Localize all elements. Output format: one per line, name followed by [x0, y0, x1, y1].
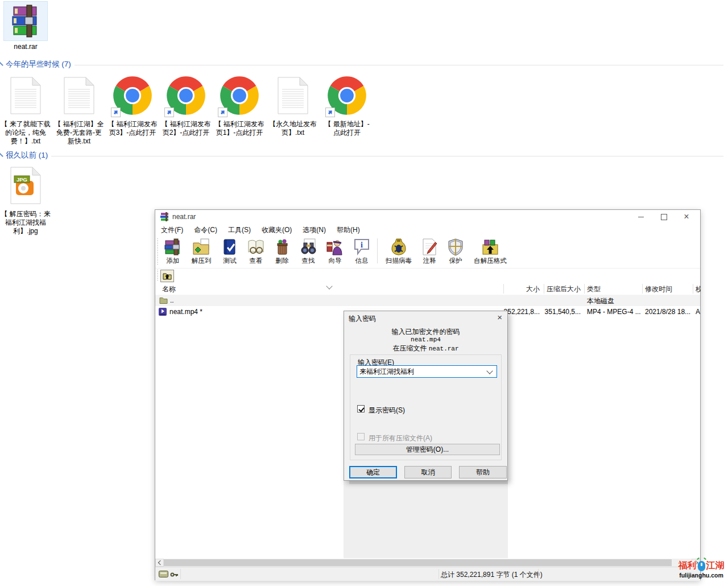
- fulijianghu-logo: 福利 江湖 fulijianghu.com: [675, 560, 728, 579]
- column-crc[interactable]: 校: [696, 284, 701, 294]
- table-row-parent-dir[interactable]: .. 本地磁盘: [155, 295, 700, 306]
- menu-favorites[interactable]: 收藏夹(O): [262, 225, 292, 235]
- help-button[interactable]: 帮助: [459, 466, 507, 478]
- file-name: neat.mp4 *: [169, 308, 202, 316]
- menu-options[interactable]: 选项(N): [303, 225, 326, 235]
- maximize-button[interactable]: [652, 210, 675, 224]
- title-bar[interactable]: neat.rar ×: [155, 210, 700, 224]
- status-total: 总计 352,221,891 字节 (1 个文件): [441, 570, 534, 580]
- list-header: 名称 大小 压缩后大小 类型 修改时间 校: [155, 283, 700, 295]
- status-bar: 总计 352,221,891 字节 (1 个文件): [155, 567, 700, 581]
- all-archives-checkbox[interactable]: [357, 433, 365, 440]
- shortcut-arrow-icon: [218, 108, 228, 117]
- shortcut-arrow-icon: [164, 108, 174, 117]
- scrollbar-left-icon[interactable]: [155, 559, 164, 567]
- desktop-item-chrome-latest[interactable]: 【 最新地址】- 点此打开: [322, 73, 372, 137]
- rar-file-icon: [3, 1, 48, 41]
- dialog-filename: neat.mp4: [344, 336, 507, 343]
- file-type: 本地磁盘: [587, 296, 614, 306]
- desktop-item-chrome-page2[interactable]: 【 福利江湖发布 页2】-点此打开: [161, 73, 211, 137]
- menu-help[interactable]: 帮助(H): [337, 225, 360, 235]
- delete-button[interactable]: 删除: [269, 236, 295, 265]
- menu-bar: 文件(F) 命令(C) 工具(S) 收藏夹(O) 选项(N) 帮助(H): [155, 224, 700, 236]
- mp4-file-icon: [159, 308, 167, 317]
- group-header-long-ago[interactable]: 很久以前 (1): [0, 150, 723, 160]
- column-packed[interactable]: 压缩后大小: [531, 284, 581, 294]
- extract-button[interactable]: 解压到: [186, 236, 217, 265]
- window-title: neat.rar: [172, 213, 196, 221]
- menu-file[interactable]: 文件(F): [161, 225, 183, 235]
- show-password-checkbox[interactable]: [357, 405, 365, 412]
- brand-domain: fulijianghu.com: [675, 572, 728, 579]
- add-button[interactable]: 添加: [160, 236, 186, 265]
- antivirus-icon: [390, 238, 408, 256]
- sfx-button[interactable]: 自解压格式: [469, 236, 512, 265]
- test-button[interactable]: 测试: [217, 236, 243, 265]
- close-button[interactable]: ×: [675, 210, 698, 224]
- shortcut-arrow-icon: [111, 108, 121, 117]
- dialog-archive-prefix: 在压缩文件: [392, 344, 427, 352]
- extract-icon: [192, 238, 210, 256]
- password-input[interactable]: [358, 366, 487, 377]
- minimize-button[interactable]: [630, 210, 652, 224]
- cancel-button[interactable]: 取消: [404, 466, 452, 478]
- ok-button[interactable]: 确定: [349, 466, 397, 478]
- dialog-prompt: 输入已加密文件的密码: [344, 327, 507, 337]
- column-modified[interactable]: 修改时间: [645, 284, 672, 294]
- chrome-icon: [322, 73, 372, 118]
- group-header-earlier-this-year[interactable]: 今年的早些时候 (7): [0, 59, 723, 69]
- svg-text:JPG: JPG: [16, 176, 27, 183]
- text-file-icon: [54, 73, 104, 118]
- scan-virus-button[interactable]: 扫描病毒: [381, 236, 416, 265]
- add-icon: [164, 238, 182, 256]
- svg-text:i: i: [361, 241, 363, 249]
- scrollbar-thumb[interactable]: [164, 559, 672, 566]
- find-button[interactable]: 查找: [295, 236, 321, 265]
- desktop-item-chrome-page3[interactable]: 【 福利江湖发布 页3】-点此打开: [107, 73, 158, 137]
- column-type[interactable]: 类型: [587, 284, 601, 294]
- desktop-item-txt-2[interactable]: 【 福利江湖】全 免费-无套路-更 新快.txt: [54, 73, 104, 146]
- folder-icon: [159, 296, 168, 306]
- mouse-icon: [698, 561, 705, 571]
- column-name[interactable]: 名称: [162, 284, 176, 294]
- find-icon: [299, 238, 317, 256]
- collapse-chevron-icon: [0, 152, 3, 160]
- view-button[interactable]: 查看: [243, 236, 269, 265]
- desktop-item-jpg-password[interactable]: JPG 【 解压密码：来 福利江湖找福 利】.jpg: [1, 163, 51, 236]
- address-row: [155, 268, 700, 283]
- file-crc: A8: [696, 308, 700, 316]
- desktop-item-neat-rar[interactable]: neat.rar: [1, 1, 51, 51]
- close-icon[interactable]: ×: [497, 313, 502, 322]
- manage-passwords-button[interactable]: 管理密码(O)...: [355, 444, 500, 455]
- menu-commands[interactable]: 命令(C): [194, 225, 217, 235]
- folder-up-button[interactable]: [160, 270, 174, 282]
- desktop-item-txt-1[interactable]: 【 来了就能下载 的论坛，纯免 费！】.txt: [1, 73, 51, 146]
- key-icon[interactable]: [170, 571, 179, 579]
- sfx-icon: [481, 238, 499, 256]
- protect-icon: [446, 238, 465, 256]
- desktop-item-chrome-page1[interactable]: 【 福利江湖发布 页1】-点此打开: [214, 73, 264, 137]
- group-label: 很久以前 (1): [6, 150, 48, 160]
- chrome-icon: [107, 73, 158, 118]
- desktop-item-txt-permanent[interactable]: 【永久地址发布 页】.txt: [268, 73, 318, 137]
- chrome-icon: [214, 73, 264, 118]
- all-archives-label: 用于所有压缩文件(A): [369, 434, 432, 443]
- disk-icon[interactable]: [159, 571, 168, 579]
- info-button[interactable]: i 信息: [349, 236, 375, 265]
- wizard-icon: [326, 238, 344, 256]
- dialog-repaint-artifact: [344, 481, 508, 558]
- dialog-archive-name: neat.rar: [429, 345, 459, 352]
- file-type: MP4 - MPEG-4 ...: [587, 308, 641, 316]
- menu-tools[interactable]: 工具(S): [228, 225, 251, 235]
- sort-chevron-icon[interactable]: [326, 283, 332, 289]
- comment-button[interactable]: 注释: [416, 236, 442, 265]
- comment-icon: [420, 238, 439, 256]
- chevron-down-icon[interactable]: [486, 368, 493, 374]
- dialog-title: 输入密码: [349, 314, 376, 324]
- protect-button[interactable]: 保护: [442, 236, 469, 265]
- wizard-button[interactable]: 向导: [321, 236, 349, 265]
- password-combobox[interactable]: [357, 365, 497, 378]
- password-dialog: 输入密码 × 输入已加密文件的密码 neat.mp4 在压缩文件 neat.ra…: [344, 311, 508, 481]
- text-file-icon: [268, 73, 318, 118]
- horizontal-scrollbar[interactable]: [155, 559, 700, 567]
